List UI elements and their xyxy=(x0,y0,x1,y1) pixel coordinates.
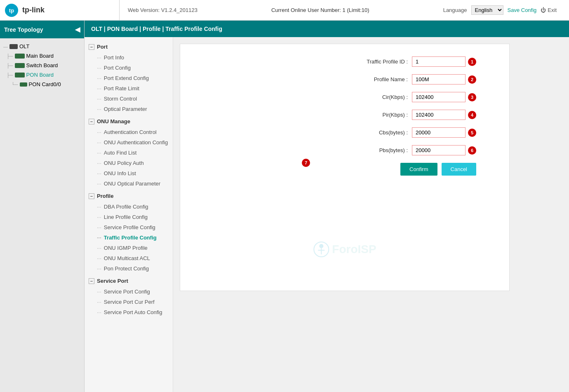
tplink-logo-icon: tp xyxy=(4,3,19,18)
save-config-link[interactable]: Save Config xyxy=(508,7,537,13)
label-traffic-profile-id: Traffic Profile ID : xyxy=(342,59,408,65)
label-pir-kbps: Pir(Kbps) : xyxy=(342,112,408,118)
nav-item-dba-profile-config[interactable]: ···DBA Profile Config xyxy=(85,202,173,212)
nav-section-service-port: − Service Port ···Service Port Config ··… xyxy=(85,275,173,317)
nav-item-storm-control[interactable]: ···Storm Control xyxy=(85,94,173,104)
label-cir-kbps: Cir(Kbps) : xyxy=(342,94,408,100)
tree-node-switch-board[interactable]: ├─ Switch Board xyxy=(0,61,84,70)
nav-item-port-extend-config[interactable]: ···Port Extend Config xyxy=(85,73,173,83)
mb-dash: ├─ xyxy=(7,54,13,59)
svg-text:tp: tp xyxy=(9,7,14,14)
language-label: Language xyxy=(443,7,467,13)
nav-item-service-profile-config[interactable]: ···Service Profile Config xyxy=(85,222,173,232)
badge-4: 4 xyxy=(468,111,476,119)
nav-item-service-port-config[interactable]: ···Service Port Config xyxy=(85,286,173,297)
logo-area: tp tp-link xyxy=(4,0,120,20)
input-pir-kbps[interactable] xyxy=(412,110,466,120)
nav-item-port-rate-limit[interactable]: ···Port Rate Limit xyxy=(85,83,173,94)
tree-node-pon-board[interactable]: ├─ PON Board xyxy=(0,70,84,80)
nav-section-onu-manage: − ONU Manage ···Authentication Control ·… xyxy=(85,116,173,189)
badge-2: 2 xyxy=(468,75,476,84)
exit-label: Exit xyxy=(548,7,557,13)
nav-item-onu-auth-config[interactable]: ···ONU Authentication Config xyxy=(85,137,173,148)
nav-section-profile-header[interactable]: − Profile xyxy=(85,190,173,202)
nav-item-auto-find-list[interactable]: ···Auto Find List xyxy=(85,148,173,158)
input-traffic-profile-id[interactable] xyxy=(412,56,466,67)
content-area: OLT | PON Board | Profile | Traffic Prof… xyxy=(85,21,569,392)
olt-dash: — xyxy=(3,44,8,49)
form-container: ForoISP Traffic Profile ID : 1 Profile N… xyxy=(180,44,510,291)
header-right: Language English Chinese Save Config ⏻ E… xyxy=(443,5,557,15)
sidebar: Tree Topology ◀ — OLT ├─ Main Board ├─ S… xyxy=(0,21,85,392)
tree-node-olt[interactable]: — OLT xyxy=(0,42,84,51)
collapse-service-icon: − xyxy=(89,278,94,284)
nav-section-port-label: Port xyxy=(97,44,108,50)
nav-item-onu-igmp-profile[interactable]: ···ONU IGMP Profile xyxy=(85,243,173,253)
nav-item-optical-parameter[interactable]: ···Optical Parameter xyxy=(85,104,173,114)
header: tp tp-link Web Version: V1.2.4_201123 Cu… xyxy=(0,0,569,21)
label-profile-name: Profile Name : xyxy=(342,76,408,82)
mb-label: Main Board xyxy=(26,53,54,59)
svg-point-3 xyxy=(319,244,323,248)
nav-item-onu-optical-param[interactable]: ···ONU Optical Parameter xyxy=(85,178,173,189)
label-cbs-bytes: Cbs(bytes) : xyxy=(342,129,408,136)
form-row-traffic-profile-id: Traffic Profile ID : 1 xyxy=(188,56,501,67)
watermark-text: ForoISP xyxy=(332,243,376,256)
olt-label: OLT xyxy=(19,43,29,49)
input-profile-name[interactable] xyxy=(412,74,466,85)
input-cir-kbps[interactable] xyxy=(412,92,466,102)
form-buttons: 7 Confirm Cancel xyxy=(188,163,501,176)
nav-item-service-port-cur-perf[interactable]: ···Service Port Cur Perf xyxy=(85,297,173,307)
pb-dash: ├─ xyxy=(7,73,13,77)
label-pbs-bytes: Pbs(bytes) : xyxy=(342,147,408,153)
form-row-pir-kbps: Pir(Kbps) : 4 xyxy=(188,110,501,120)
nav-item-onu-info-list[interactable]: ···ONU Info List xyxy=(85,168,173,178)
badge-1: 1 xyxy=(468,58,476,66)
nav-section-port-header[interactable]: − Port xyxy=(85,41,173,52)
exit-button[interactable]: ⏻ Exit xyxy=(541,7,557,13)
nav-section-onu-label: ONU Manage xyxy=(97,118,130,124)
mb-icon xyxy=(15,54,25,59)
form-row-profile-name: Profile Name : 2 xyxy=(188,74,501,85)
nav-item-traffic-profile-config[interactable]: ···Traffic Profile Config xyxy=(85,232,173,243)
svg-point-2 xyxy=(314,242,329,257)
nav-item-pon-protect-config[interactable]: ···Pon Protect Config xyxy=(85,263,173,274)
form-row-cir-kbps: Cir(Kbps) : 3 xyxy=(188,92,501,102)
nav-item-onu-policy-auth[interactable]: ···ONU Policy Auth xyxy=(85,158,173,168)
nav-section-profile-label: Profile xyxy=(97,193,113,199)
sidebar-title: Tree Topology xyxy=(4,26,43,33)
pb-label: PON Board xyxy=(26,72,54,78)
language-select[interactable]: English Chinese xyxy=(471,5,503,15)
pc-dash: └─ xyxy=(12,82,18,87)
pb-icon xyxy=(15,73,25,77)
input-pbs-bytes[interactable] xyxy=(412,145,466,155)
collapse-onu-icon: − xyxy=(89,119,94,124)
nav-item-port-info[interactable]: ···Port Info xyxy=(85,52,173,63)
nav-section-profile: − Profile ···DBA Profile Config ···Line … xyxy=(85,190,173,274)
left-nav: − Port ···Port Info ···Port Config ···Po… xyxy=(85,37,173,392)
olt-icon xyxy=(9,44,18,49)
nav-item-service-port-auto-config[interactable]: ···Service Port Auto Config xyxy=(85,307,173,317)
tree-area: — OLT ├─ Main Board ├─ Switch Board ├─ P… xyxy=(0,38,84,92)
watermark: ForoISP xyxy=(313,241,376,258)
logo-text: tp-link xyxy=(22,6,45,14)
middle-area: − Port ···Port Info ···Port Config ···Po… xyxy=(85,37,569,392)
pc-icon xyxy=(20,82,27,87)
confirm-button[interactable]: Confirm xyxy=(400,163,437,176)
nav-section-port: − Port ···Port Info ···Port Config ···Po… xyxy=(85,41,173,114)
nav-section-onu-manage-header[interactable]: − ONU Manage xyxy=(85,116,173,127)
badge-7: 7 xyxy=(302,159,310,167)
header-info: Web Version: V1.2.4_201123 Current Onlin… xyxy=(120,5,565,15)
tree-node-pon-card[interactable]: └─ PON Card0/0 xyxy=(0,80,84,89)
nav-item-line-profile-config[interactable]: ···Line Profile Config xyxy=(85,212,173,222)
nav-item-onu-multicast-acl[interactable]: ···ONU Multicast ACL xyxy=(85,253,173,263)
input-cbs-bytes[interactable] xyxy=(412,127,466,138)
cancel-button[interactable]: Cancel xyxy=(442,163,476,176)
tree-node-main-board[interactable]: ├─ Main Board xyxy=(0,51,84,61)
form-row-cbs-bytes: Cbs(bytes) : 5 xyxy=(188,127,501,138)
nav-item-port-config[interactable]: ···Port Config xyxy=(85,63,173,73)
nav-item-auth-control[interactable]: ···Authentication Control xyxy=(85,127,173,137)
nav-section-service-port-header[interactable]: − Service Port xyxy=(85,275,173,286)
sidebar-toggle[interactable]: ◀ xyxy=(75,26,80,33)
pc-label: PON Card0/0 xyxy=(29,81,61,87)
